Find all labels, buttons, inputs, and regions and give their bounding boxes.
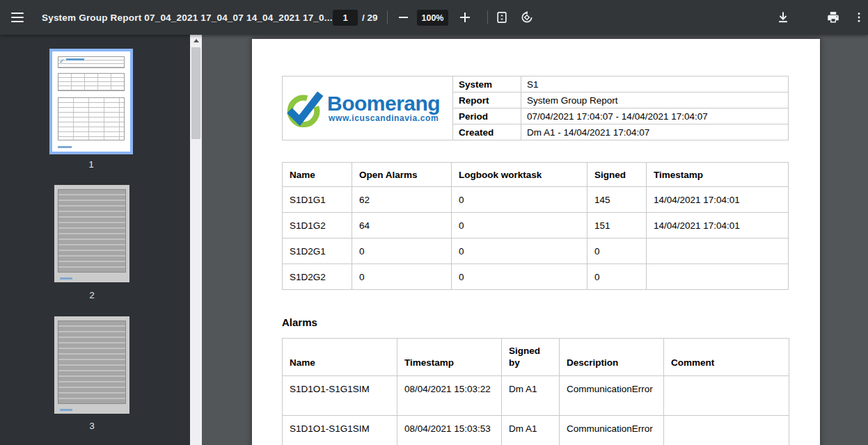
column-header: Open Alarms [352,163,452,187]
cell: 14/04/2021 17:04:01 [647,187,789,213]
cell: Dm A1 [502,416,560,445]
download-icon [776,10,790,24]
scrollbar-thumb[interactable] [191,47,200,139]
pdf-toolbar: System Group Report 07_04_2021 17_04_07 … [0,0,868,35]
table-row: S1D1O1-S1G1SIM 08/04/2021 15:03:53 Dm A1… [283,416,789,445]
column-header: Timestamp [397,339,502,376]
info-label: Report [453,92,521,108]
thumbnail-sidebar: ✓ 1 2 3 [0,35,190,445]
print-button[interactable] [824,8,842,26]
mini-footer [58,146,72,148]
viewer-body: ✓ 1 2 3 [0,35,868,445]
cell: 14/04/2021 17:04:01 [647,213,789,238]
cell [664,416,789,445]
document-viewport: Boomerang www.icuscandinavia.com System … [202,35,868,445]
column-header: Logbook worktask [452,163,587,187]
cell: Dm A1 [502,376,560,416]
mini-logo-icon: ✓ [59,58,65,65]
info-value: Dm A1 - 14/04/2021 17:04:07 [521,124,789,140]
cell: 0 [452,187,587,213]
thumbnail-page-1[interactable]: ✓ [49,49,133,154]
cell [647,238,789,264]
table-header-row: Name Timestamp Signed by Description Com… [283,339,789,376]
thumbnail-page-number: 1 [49,159,133,170]
cell: 0 [452,264,587,290]
cell: S1D1G2 [283,213,352,238]
mini-logo-brand [66,58,84,60]
cell: 0 [587,264,647,290]
rotate-button[interactable] [518,8,536,26]
cell: 0 [587,238,647,264]
column-header: Comment [664,339,789,376]
page-count-label: / 29 [362,0,378,35]
info-label: System [453,76,521,92]
mini-table [58,321,126,404]
zoom-in-button[interactable] [456,8,474,26]
cell: 08/04/2021 15:03:53 [397,416,502,445]
sidebar-scrollbar[interactable] [190,35,202,445]
info-label: Period [453,108,521,124]
table-row: S1D2G1 0 0 0 [283,238,789,264]
mini-footer [60,409,72,411]
zoom-out-button[interactable] [394,8,412,26]
scroll-up-arrow-icon[interactable] [190,35,202,46]
plus-icon [460,13,470,22]
print-icon [826,10,840,24]
cell: CommunicationError [560,376,664,416]
cell: S1D1O1-S1G1SIM [283,376,397,416]
toolbar-divider [487,10,488,24]
cell: S1D2G2 [283,264,352,290]
table-header-row: Name Open Alarms Logbook worktask Signed… [283,163,789,187]
column-header: Timestamp [647,163,789,187]
three-dot-menu-icon [853,11,865,24]
thumbnail-page-2[interactable] [54,185,129,282]
report-info-table: Boomerang www.icuscandinavia.com System … [282,76,789,140]
mini-alarms-table [58,97,125,140]
document-title: System Group Report 07_04_2021 17_04_07 … [42,0,333,35]
cell: 62 [352,187,452,213]
cell: 151 [587,213,647,238]
cell: S1D1O1-S1G1SIM [283,416,397,445]
info-label: Created [453,124,521,140]
cell: 0 [352,264,452,290]
table-row: S1D1G1 62 0 145 14/04/2021 17:04:01 [283,187,789,213]
cell: 08/04/2021 15:03:22 [397,376,502,416]
table-row: S1D1G2 64 0 151 14/04/2021 17:04:01 [283,213,789,238]
column-header: Signed [587,163,647,187]
thumbnail-page-number: 2 [50,290,134,300]
pdf-page-1: Boomerang www.icuscandinavia.com System … [252,39,820,445]
cell: 145 [587,187,647,213]
alarms-table: Name Timestamp Signed by Description Com… [282,338,789,445]
logo-cell: Boomerang www.icuscandinavia.com [283,76,453,140]
groups-summary-table: Name Open Alarms Logbook worktask Signed… [282,162,789,290]
column-header: Name [283,163,352,187]
column-header: Name [283,339,397,376]
cell: 64 [352,213,452,238]
boomerang-logo-icon [285,90,326,127]
more-options-button[interactable] [850,8,868,26]
column-header: Description [560,339,664,376]
logo-website-text: www.icuscandinavia.com [327,113,440,123]
column-header: Signed by [502,339,560,376]
cell: S1D1G1 [283,187,352,213]
menu-icon[interactable] [9,9,26,26]
cell [664,376,789,416]
toolbar-divider [387,10,388,24]
cell: CommunicationError [560,416,664,445]
page-number-input[interactable] [333,10,358,26]
fit-page-icon [495,10,509,24]
thumbnail-page-3[interactable] [54,316,129,414]
mini-table [58,189,126,273]
table-row: S1D2G2 0 0 0 [283,264,789,290]
download-button[interactable] [774,8,792,26]
minus-icon [399,17,408,18]
cell: 0 [352,238,452,264]
fit-to-page-button[interactable] [493,8,511,26]
table-row: S1D1O1-S1G1SIM 08/04/2021 15:03:22 Dm A1… [283,376,789,416]
zoom-level-display[interactable]: 100% [417,10,448,26]
cell: 0 [452,238,587,264]
cell: 0 [452,213,587,238]
alarms-section-heading: Alarms [282,316,317,328]
thumbnail-page-number: 3 [50,421,134,431]
cell: S1D2G1 [283,238,352,264]
